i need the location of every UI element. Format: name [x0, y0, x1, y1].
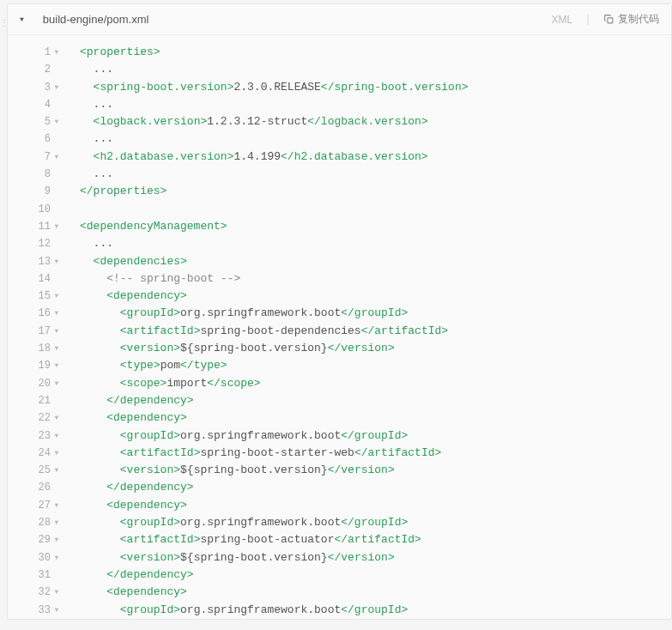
gutter-line: 26: [8, 479, 66, 496]
gutter-line: 1▼: [8, 44, 66, 61]
line-number: 31: [35, 566, 51, 584]
line-number: 22: [35, 409, 51, 427]
fold-toggle-icon[interactable]: ▼: [52, 323, 61, 340]
gutter-line: 24▼: [8, 445, 66, 462]
code-line: <artifactId>spring-boot-starter-web</art…: [80, 445, 671, 462]
code-line: <logback.version>1.2.3.12-struct</logbac…: [80, 113, 671, 130]
xml-text: [80, 585, 106, 598]
xml-tag: <logback.version>: [94, 115, 208, 128]
line-number: 7: [35, 148, 51, 166]
code-line: <h2.database.version>1.4.199</h2.databas…: [80, 148, 671, 166]
xml-text: [80, 115, 94, 128]
copy-code-label: 复制代码: [618, 12, 659, 27]
fold-toggle-icon[interactable]: ▼: [52, 305, 61, 322]
fold-toggle-icon[interactable]: ▼: [52, 514, 61, 531]
gutter-line: 32▼: [8, 584, 66, 601]
xml-tag: </groupId>: [341, 306, 408, 319]
fold-toggle-icon[interactable]: ▼: [52, 288, 61, 305]
fold-toggle-icon[interactable]: ▼: [52, 462, 61, 479]
xml-tag: <groupId>: [120, 603, 180, 616]
gutter-line: 2: [8, 61, 66, 78]
gutter-line: 28▼: [8, 514, 66, 531]
line-number: 3: [35, 79, 51, 96]
fold-toggle-icon[interactable]: ▼: [52, 497, 61, 514]
fold-toggle-icon[interactable]: ▼: [52, 44, 61, 61]
line-number: 26: [35, 479, 51, 496]
code-line: <scope>import</scope>: [80, 375, 671, 392]
gutter-line: 11▼: [8, 218, 66, 235]
xml-text: [80, 377, 120, 390]
code-line: <artifactId>spring-boot-actuator</artifa…: [80, 531, 671, 548]
fold-toggle-icon[interactable]: ▼: [52, 218, 61, 235]
line-number: 1: [35, 44, 51, 61]
gutter-line: 17▼: [8, 323, 66, 340]
gutter-line: 7▼: [8, 148, 66, 166]
xml-text: ${spring-boot.version}: [180, 342, 328, 354]
line-number: 4: [35, 96, 51, 113]
xml-tag: <h2.database.version>: [94, 150, 234, 163]
fold-toggle-icon[interactable]: ▼: [52, 409, 61, 427]
code-line: <groupId>org.springframework.boot</group…: [80, 427, 671, 445]
code-content[interactable]: <properties> ... <spring-boot.version>2.…: [66, 44, 671, 619]
xml-text: [80, 359, 120, 372]
code-line: </properties>: [80, 183, 671, 200]
fold-toggle-icon[interactable]: ▼: [52, 531, 61, 548]
fold-toggle-icon[interactable]: ▼: [52, 427, 61, 445]
gutter-line: 3▼: [8, 79, 66, 96]
code-line: <dependency>: [80, 584, 671, 601]
fold-toggle-icon[interactable]: ▼: [52, 79, 61, 96]
xml-tag: <artifactId>: [120, 446, 201, 459]
xml-text: ...: [80, 98, 113, 111]
xml-text: [80, 324, 120, 337]
line-number: 16: [35, 305, 51, 322]
xml-tag: </version>: [328, 463, 395, 476]
fold-toggle-icon[interactable]: ▼: [52, 113, 61, 130]
line-number: 9: [35, 183, 51, 200]
code-line: <groupId>org.springframework.boot</group…: [80, 305, 671, 322]
xml-tag: <version>: [120, 551, 180, 564]
drag-handle-icon: ⋮: [0, 22, 7, 25]
fold-toggle-icon[interactable]: ▼: [52, 549, 61, 566]
xml-tag: </artifactId>: [354, 446, 441, 459]
gutter-line: 31: [8, 566, 66, 584]
xml-tag: <dependencies>: [94, 255, 187, 268]
fold-toggle-icon[interactable]: ▼: [52, 602, 61, 619]
gutter-line: 23▼: [8, 427, 66, 445]
line-gutter: 1▼23▼45▼67▼891011▼1213▼1415▼16▼17▼18▼19▼…: [8, 44, 66, 619]
code-line: <artifactId>spring-boot-dependencies</ar…: [80, 323, 671, 340]
xml-text: 1.4.199: [233, 150, 281, 163]
gutter-line: 8: [8, 166, 66, 183]
fold-toggle-icon[interactable]: ▼: [52, 340, 61, 357]
xml-tag: </groupId>: [341, 429, 408, 442]
gutter-line: 15▼: [8, 288, 66, 305]
xml-text: ...: [80, 237, 113, 250]
fold-toggle-icon[interactable]: ▼: [52, 253, 61, 270]
xml-text: ...: [80, 63, 113, 76]
code-line: ...: [80, 96, 671, 113]
code-line: <dependencies>: [80, 253, 671, 270]
xml-tag: <spring-boot.version>: [94, 81, 234, 94]
line-number: 8: [35, 166, 51, 183]
code-line: </dependency>: [80, 392, 671, 409]
fold-toggle-icon[interactable]: ▼: [52, 375, 61, 392]
code-line: <type>pom</type>: [80, 357, 671, 374]
xml-tag: <artifactId>: [120, 533, 201, 546]
fold-toggle-icon[interactable]: ▼: [52, 357, 61, 374]
xml-tag: </dependency>: [106, 394, 193, 407]
fold-toggle-icon[interactable]: ▼: [52, 148, 61, 166]
fold-toggle-icon[interactable]: ▼: [52, 584, 61, 601]
copy-code-button[interactable]: 复制代码: [603, 12, 659, 27]
xml-text: [80, 603, 120, 616]
xml-text: [80, 551, 120, 564]
line-number: 29: [35, 531, 51, 548]
fold-toggle-icon[interactable]: ▼: [52, 445, 61, 462]
xml-text: spring-boot-actuator: [200, 533, 334, 546]
line-number: 10: [35, 201, 51, 218]
gutter-line: 20▼: [8, 375, 66, 392]
line-number: 5: [35, 113, 51, 130]
code-line: <groupId>org.springframework.boot</group…: [80, 514, 671, 531]
xml-tag: </artifactId>: [334, 533, 421, 546]
code-line: ...: [80, 61, 671, 78]
code-line: <dependency>: [80, 288, 671, 305]
chevron-down-icon[interactable]: ▼: [20, 15, 24, 23]
